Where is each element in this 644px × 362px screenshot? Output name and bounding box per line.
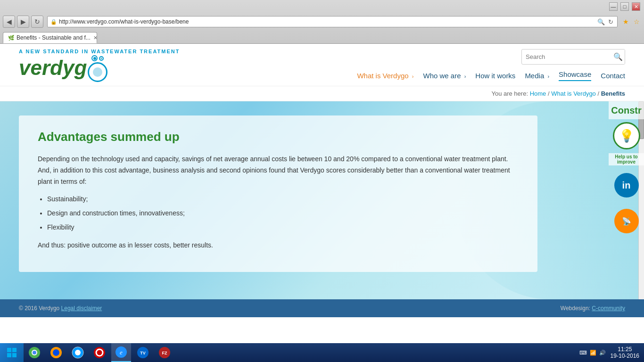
breadcrumb-prefix: You are here:	[491, 90, 528, 97]
hero-area: Advantages summed up Depending on the te…	[0, 101, 644, 299]
rss-button[interactable]: 📡	[614, 209, 639, 233]
chevron-icon: ›	[464, 74, 466, 79]
teamviewer-icon: TV	[136, 346, 149, 359]
bookmarks-icon[interactable]: ☆	[634, 18, 640, 25]
svg-text:e: e	[120, 349, 123, 356]
refresh-button[interactable]: ↻	[31, 16, 43, 28]
linkedin-button[interactable]: in	[614, 173, 639, 197]
search-button[interactable]: 🔍	[609, 49, 625, 64]
widget-title: Constr	[611, 105, 642, 115]
chevron-icon: ›	[547, 74, 549, 79]
svg-point-10	[75, 350, 81, 355]
rss-icon: 📡	[622, 217, 631, 226]
nav-area: 🔍 What is Verdygo › Who we are › How it …	[357, 49, 625, 81]
list-item: Sustainability;	[47, 194, 519, 205]
footer-webdesign: Webdesign: C-community	[561, 305, 625, 312]
forward-button[interactable]: ▶	[17, 16, 29, 28]
opera-icon	[93, 346, 106, 359]
address-bar[interactable]: 🔒 http://www.verdygo.com/what-is-verdygo…	[47, 16, 618, 27]
time-display: 11:25	[611, 346, 639, 353]
maximize-button[interactable]: □	[620, 2, 629, 11]
windows-logo-icon	[6, 347, 17, 358]
nav-showcase[interactable]: Showcase	[559, 70, 591, 81]
volume-icon: 🔊	[599, 350, 606, 356]
lightbulb-button[interactable]: 💡	[613, 122, 640, 149]
svg-text:FZ: FZ	[162, 351, 167, 355]
search-box: 🔍	[521, 49, 625, 65]
site-header: A NEW STANDARD IN WASTEWATER TREATMENT v…	[0, 44, 644, 86]
taskbar-firefox[interactable]	[46, 343, 66, 362]
taskbar-ie[interactable]: e	[111, 343, 131, 362]
side-widget: Constr 💡 Help us to improve in 📡	[609, 101, 644, 240]
webdesign-link[interactable]: C-community	[592, 305, 625, 312]
footer-copyright: © 2016 Verdygo Legal disclaimer	[19, 305, 102, 312]
taskbar-filezilla[interactable]: FZ	[155, 343, 174, 362]
minimize-button[interactable]: —	[609, 2, 618, 11]
svg-point-8	[53, 349, 59, 356]
browser-titlebar: — □ ✕	[0, 0, 644, 13]
lock-icon: 🔒	[50, 19, 57, 25]
taskbar-apps: e TV FZ	[24, 343, 175, 362]
card-title: Advantages summed up	[38, 130, 519, 144]
nav-contact[interactable]: Contact	[601, 72, 625, 80]
network-icon: 📶	[590, 350, 596, 356]
taskbar-chrome[interactable]	[25, 343, 44, 362]
bookmark-icon[interactable]: ★	[623, 18, 629, 25]
close-button[interactable]: ✕	[632, 2, 640, 11]
site-footer: © 2016 Verdygo Legal disclaimer Webdesig…	[0, 299, 644, 317]
taskbar-opera[interactable]	[90, 343, 109, 362]
verdygo-logo[interactable]: verdyg	[19, 54, 180, 81]
logo-tagline: A NEW STANDARD IN WASTEWATER TREATMENT	[19, 49, 180, 54]
start-button[interactable]	[0, 343, 24, 362]
browser-navbar: ◀ ▶ ↻ 🔒 http://www.verdygo.com/what-is-v…	[0, 13, 644, 30]
search-addr-icon[interactable]: 🔍	[596, 18, 606, 25]
legal-disclaimer-link[interactable]: Legal disclaimer	[61, 305, 102, 312]
active-tab[interactable]: 🌿 Benefits - Sustainable and f... ✕	[3, 32, 97, 43]
search-input[interactable]	[522, 50, 609, 63]
svg-rect-2	[7, 353, 11, 357]
filezilla-icon: FZ	[158, 346, 171, 359]
svg-rect-3	[12, 353, 17, 357]
address-actions: 🔍 ↻	[596, 18, 614, 25]
tab-close-button[interactable]: ✕	[93, 35, 97, 41]
list-item: Design and construction times, innovativ…	[47, 208, 519, 219]
linkedin-label: in	[622, 180, 631, 191]
body-paragraph-2: And thus: positive outcome as in lesser …	[38, 240, 519, 251]
card-body: Depending on the technology used and cap…	[38, 154, 519, 251]
nav-how-it-works[interactable]: How it works	[475, 72, 515, 80]
taskbar-clock: 11:25 19-10-2016	[611, 346, 639, 359]
tab-favicon: 🌿	[8, 35, 15, 41]
ie-icon: e	[115, 346, 128, 359]
active-tab-title: Benefits - Sustainable and f...	[17, 34, 91, 41]
refresh-addr-icon[interactable]: ↻	[607, 18, 614, 25]
url-text: http://www.verdygo.com/what-is-verdygo-b…	[59, 18, 596, 25]
logo-area: A NEW STANDARD IN WASTEWATER TREATMENT v…	[19, 49, 180, 81]
breadcrumb: You are here: Home / What is Verdygo / B…	[0, 86, 644, 101]
nav-media[interactable]: Media ›	[525, 72, 549, 80]
content-card: Advantages summed up Depending on the te…	[19, 115, 537, 272]
taskbar-right: ⌨ 📶 🔊 11:25 19-10-2016	[579, 346, 644, 359]
taskbar-system-icons: ⌨ 📶 🔊	[579, 350, 606, 356]
nav-what-is-verdygo[interactable]: What is Verdygo ›	[357, 72, 413, 80]
svg-point-6	[33, 351, 36, 354]
page-content: A NEW STANDARD IN WASTEWATER TREATMENT v…	[0, 44, 644, 340]
breadcrumb-current: Benefits	[601, 90, 625, 97]
browser-chrome: — □ ✕ ◀ ▶ ↻ 🔒 http://www.verdygo.com/wha…	[0, 0, 644, 44]
logo-text: verdyg	[19, 58, 87, 78]
nav-who-we-are[interactable]: Who we are ›	[423, 72, 466, 80]
svg-text:TV: TV	[140, 351, 146, 355]
back-button[interactable]: ◀	[3, 16, 15, 28]
keyboard-icon: ⌨	[579, 350, 587, 356]
chrome-icon	[28, 346, 41, 359]
breadcrumb-home[interactable]: Home	[530, 90, 546, 97]
date-display: 19-10-2016	[611, 353, 639, 359]
help-text: Help us to improve	[609, 153, 644, 165]
svg-rect-0	[7, 348, 11, 352]
breadcrumb-section[interactable]: What is Verdygo	[551, 90, 596, 97]
browser-tabs: 🌿 Benefits - Sustainable and f... ✕	[0, 30, 644, 43]
taskbar-teamviewer[interactable]: TV	[133, 343, 153, 362]
taskbar-safari[interactable]	[68, 343, 88, 362]
main-nav: What is Verdygo › Who we are › How it wo…	[357, 70, 625, 81]
body-list: Sustainability; Design and construction …	[47, 194, 519, 233]
list-item: Flexibility	[47, 222, 519, 233]
